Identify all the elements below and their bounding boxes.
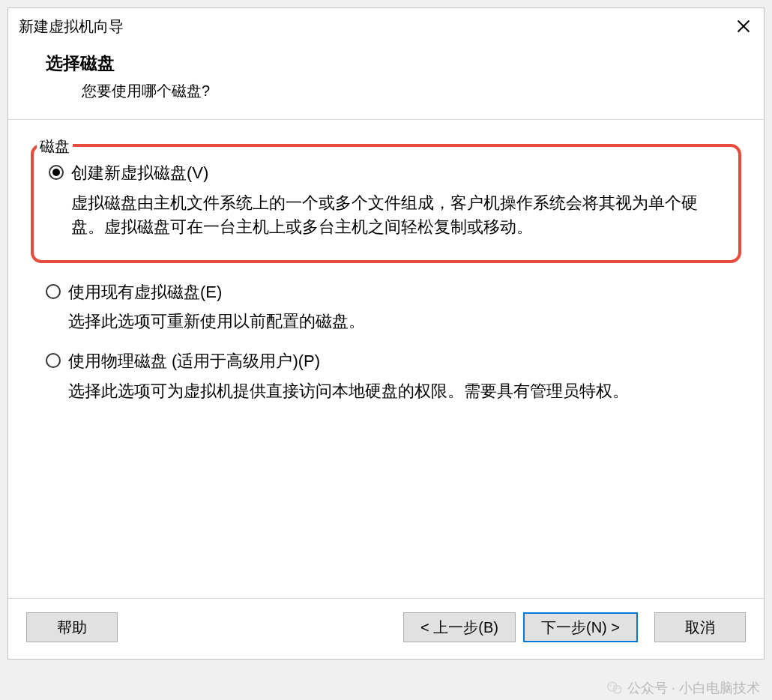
option-label-create-new: 创建新虚拟磁盘(V) [71,162,208,185]
content-area: 磁盘 创建新虚拟磁盘(V) 虚拟磁盘由主机文件系统上的一个或多个文件组成，客户机… [8,120,764,598]
dialog-title: 新建虚拟机向导 [19,16,124,37]
option-desc-create-new: 虚拟磁盘由主机文件系统上的一个或多个文件组成，客户机操作系统会将其视为单个硬盘。… [71,191,717,239]
groupbox-label: 磁盘 [37,136,73,157]
cancel-button[interactable]: 取消 [654,612,746,642]
back-button[interactable]: < 上一步(B) [403,612,516,642]
wizard-header: 选择磁盘 您要使用哪个磁盘? [8,41,764,120]
close-icon[interactable] [734,16,753,36]
page-title: 选择磁盘 [46,52,735,75]
next-button[interactable]: 下一步(N) > [523,612,638,642]
radio-create-new[interactable] [49,165,64,180]
option-label-use-physical: 使用物理磁盘 (适用于高级用户)(P) [68,350,320,373]
titlebar: 新建虚拟机向导 [8,8,764,41]
page-subtitle: 您要使用哪个磁盘? [82,81,735,101]
option-label-use-existing: 使用现有虚拟磁盘(E) [68,281,222,304]
option-use-physical[interactable]: 使用物理磁盘 (适用于高级用户)(P) [46,350,720,373]
option-desc-use-existing: 选择此选项可重新使用以前配置的磁盘。 [68,310,720,334]
option-use-existing[interactable]: 使用现有虚拟磁盘(E) [46,281,720,304]
highlight-annotation: 创建新虚拟磁盘(V) 虚拟磁盘由主机文件系统上的一个或多个文件组成，客户机操作系… [31,144,741,263]
help-button[interactable]: 帮助 [26,612,118,642]
wizard-dialog: 新建虚拟机向导 选择磁盘 您要使用哪个磁盘? 磁盘 创建新虚拟磁盘(V) 虚拟磁… [7,7,765,660]
option-use-existing-block: 使用现有虚拟磁盘(E) 选择此选项可重新使用以前配置的磁盘。 [31,278,741,348]
option-use-physical-block: 使用物理磁盘 (适用于高级用户)(P) 选择此选项可为虚拟机提供直接访问本地硬盘… [31,347,741,417]
disk-groupbox: 磁盘 创建新虚拟磁盘(V) 虚拟磁盘由主机文件系统上的一个或多个文件组成，客户机… [31,139,741,417]
radio-use-existing[interactable] [46,284,61,299]
option-create-new[interactable]: 创建新虚拟磁盘(V) [49,162,717,185]
footer: 帮助 < 上一步(B) 下一步(N) > 取消 [8,598,764,659]
radio-use-physical[interactable] [46,353,61,368]
option-desc-use-physical: 选择此选项可为虚拟机提供直接访问本地硬盘的权限。需要具有管理员特权。 [68,379,720,403]
